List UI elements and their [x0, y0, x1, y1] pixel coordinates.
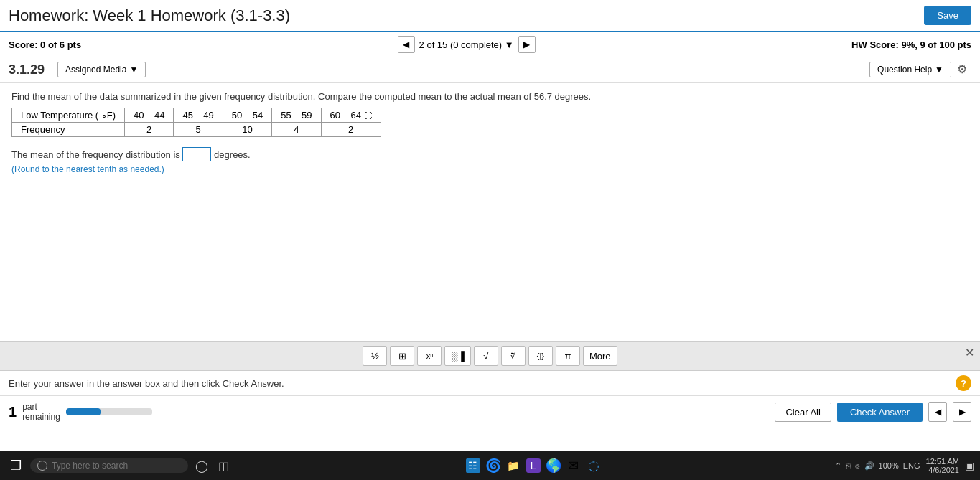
part-label: part remaining — [22, 402, 60, 422]
math-fraction-button[interactable]: ½ — [363, 346, 387, 366]
table-col-3: 50 – 54 — [223, 108, 271, 123]
show-hidden-icon[interactable]: ⌃ — [835, 461, 841, 471]
table-col-2: 45 – 49 — [174, 108, 223, 123]
firefox-icon[interactable]: 🌀 — [486, 458, 500, 473]
volume-icon[interactable]: 🔊 — [864, 461, 874, 471]
taskbar-right: ⌃ ⎘ ⌾ 🔊 100% ENG 12:51 AM 4/6/2021 ▣ — [835, 457, 974, 474]
freq-val-5: 2 — [321, 123, 381, 137]
edge-icon[interactable]: ◌ — [587, 458, 601, 473]
part-number: 1 — [9, 404, 17, 420]
next-question-button[interactable]: ▶ — [518, 36, 536, 53]
check-answer-button[interactable]: Check Answer — [837, 403, 923, 422]
table-col-4: 55 – 59 — [272, 108, 321, 123]
search-input[interactable] — [52, 461, 181, 471]
help-circle-button[interactable]: ? — [956, 375, 971, 391]
start-button[interactable]: ❐ — [6, 455, 26, 476]
battery-text: 100% — [879, 461, 899, 470]
store-icon[interactable]: ☷ — [466, 458, 480, 473]
bottom-bar: 1 part remaining Clear All Check Answer … — [0, 395, 980, 428]
answer-text-after: degrees. — [214, 149, 251, 160]
freq-val-4: 4 — [272, 123, 321, 137]
nav-controls: ◀ 2 of 15 (0 complete) ▼ ▶ — [398, 36, 536, 53]
date-display: 4/6/2021 — [926, 466, 959, 474]
answer-area: The mean of the frequency distribution i… — [11, 147, 969, 161]
prev-question-button[interactable]: ◀ — [398, 36, 415, 53]
freq-val-2: 5 — [174, 123, 223, 137]
mail-icon[interactable]: ✉ — [566, 458, 581, 473]
table-col-5: 60 – 64 ⛶ — [321, 108, 381, 123]
progress-bar-container — [66, 408, 152, 415]
task-view-icon[interactable]: ◫ — [215, 458, 232, 474]
answer-instruction-text: Enter your answer in the answer box and … — [9, 378, 284, 389]
question-header: 3.1.29 Assigned Media ▼ Question Help ▼ … — [0, 57, 980, 83]
part-info: 1 part remaining — [9, 402, 152, 422]
wifi-icon[interactable]: ⌾ — [855, 461, 860, 470]
bottom-next-button[interactable]: ▶ — [953, 402, 971, 422]
notification-icon[interactable]: ▣ — [965, 460, 974, 471]
files-icon[interactable]: 📁 — [506, 458, 521, 473]
math-bar-button[interactable]: ░▐ — [444, 346, 470, 366]
table-header-label: Low Temperature ( ∘F) — [12, 108, 125, 123]
freq-val-1: 2 — [125, 123, 174, 137]
answer-input[interactable] — [182, 147, 211, 161]
math-fourthroot-button[interactable]: ∜ — [501, 346, 526, 366]
time-display: 12:51 AM — [926, 457, 959, 466]
clock[interactable]: 12:51 AM 4/6/2021 — [926, 457, 959, 474]
lang-text: ENG — [903, 461, 920, 470]
bottom-prev-button[interactable]: ◀ — [928, 402, 947, 422]
table-col-1: 40 – 44 — [125, 108, 174, 123]
frequency-table: Low Temperature ( ∘F) 40 – 44 45 – 49 50… — [11, 108, 381, 137]
search-bar[interactable] — [30, 458, 188, 473]
app-title: Homework: Week 1 Homework (3.1-3.3) — [9, 6, 290, 25]
bottom-right: Clear All Check Answer ◀ ▶ — [775, 402, 971, 422]
round-note: (Round to the nearest tenth as needed.) — [11, 164, 969, 174]
clear-all-button[interactable]: Clear All — [775, 403, 831, 422]
dropdown-arrow-icon: ▼ — [129, 65, 138, 75]
taskbar-center: ☷ 🌀 📁 L 🌎 ✉ ◌ — [466, 458, 601, 473]
answer-instruction-bar: Enter your answer in the answer box and … — [0, 371, 980, 395]
search-icon — [37, 461, 47, 471]
frequency-row-label: Frequency — [12, 123, 125, 137]
nav-info: 2 of 15 (0 complete) ▼ — [419, 39, 514, 50]
taskbar-left: ❐ ◯ ◫ — [6, 455, 232, 476]
score-bar: Score: 0 of 6 pts ◀ 2 of 15 (0 complete)… — [0, 32, 980, 57]
settings-icon[interactable]: ⚙ — [957, 62, 971, 77]
app-header: Homework: Week 1 Homework (3.1-3.3) Save — [0, 0, 980, 32]
cortana-icon[interactable]: ◯ — [192, 458, 211, 474]
save-button[interactable]: Save — [924, 6, 971, 25]
expand-table-icon[interactable]: ⛶ — [364, 111, 372, 120]
question-number: 3.1.29 — [9, 62, 45, 77]
problem-text: Find the mean of the data summarized in … — [11, 91, 969, 102]
assigned-media-button[interactable]: Assigned Media ▼ — [57, 62, 146, 77]
lync-icon[interactable]: L — [526, 458, 541, 473]
question-help-button[interactable]: Question Help ▼ — [869, 62, 951, 77]
math-sqrt-button[interactable]: √ — [474, 346, 498, 366]
math-abs-button[interactable]: {|} — [528, 346, 553, 366]
math-more-button[interactable]: More — [583, 346, 617, 366]
question-help-area: Question Help ▼ ⚙ — [869, 62, 971, 77]
system-tray: ⌃ ⎘ ⌾ 🔊 100% ENG — [835, 461, 920, 471]
answer-text-before: The mean of the frequency distribution i… — [11, 149, 180, 160]
chrome-icon[interactable]: 🌎 — [546, 458, 561, 473]
freq-val-3: 10 — [223, 123, 271, 137]
help-dropdown-arrow-icon: ▼ — [935, 65, 943, 75]
progress-bar-fill — [66, 408, 101, 415]
score-text: Score: 0 of 6 pts — [9, 39, 81, 50]
math-superscript-button[interactable]: xⁿ — [417, 346, 442, 366]
close-toolbar-button[interactable]: ✕ — [965, 346, 974, 359]
network-icon[interactable]: ⎘ — [846, 461, 851, 470]
taskbar: ❐ ◯ ◫ ☷ 🌀 📁 L 🌎 ✉ ◌ ⌃ ⎘ ⌾ 🔊 100% ENG 12:… — [0, 451, 980, 480]
hw-score-text: HW Score: 9%, 9 of 100 pts — [851, 39, 971, 50]
main-content: Find the mean of the data summarized in … — [0, 83, 980, 341]
math-matrix-button[interactable]: ⊞ — [390, 346, 414, 366]
math-pi-button[interactable]: π — [556, 346, 580, 366]
math-toolbar: ½ ⊞ xⁿ ░▐ √ ∜ {|} π More ✕ — [0, 341, 980, 371]
